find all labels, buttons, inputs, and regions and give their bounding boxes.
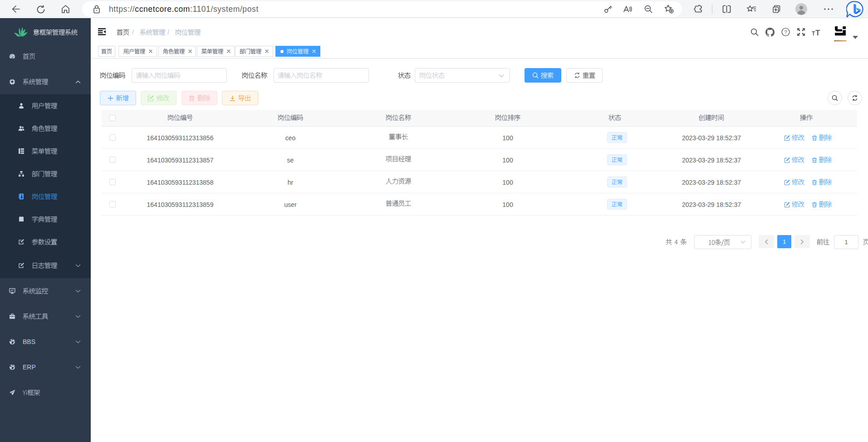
svg-text:T: T [815,29,820,36]
svg-text:?: ? [784,29,787,35]
svg-text:T: T [812,30,815,36]
